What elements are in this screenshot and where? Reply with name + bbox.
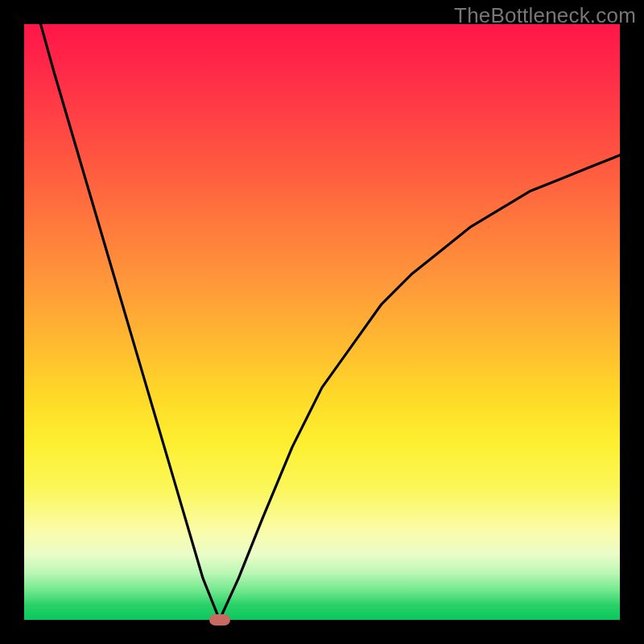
minimum-marker: [209, 614, 230, 625]
watermark-text: TheBottleneck.com: [454, 3, 636, 28]
curve-svg: [24, 24, 620, 620]
curve-path: [24, 24, 620, 620]
chart-area: [24, 24, 620, 620]
